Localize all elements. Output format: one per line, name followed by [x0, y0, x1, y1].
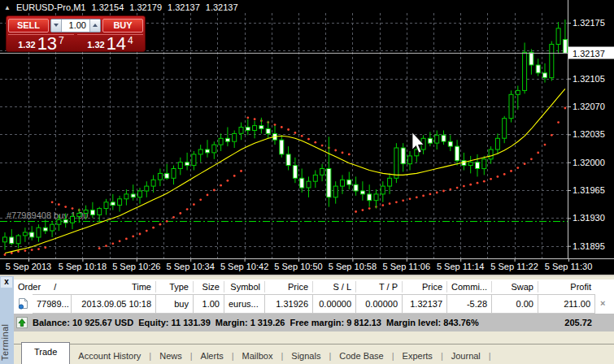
balance-value: 10 925.67 USD	[72, 318, 133, 327]
floating-profit-value: 205.72	[564, 318, 592, 327]
header-order[interactable]: Order/	[14, 281, 72, 292]
terminal-close-button[interactable]: x	[1, 277, 12, 288]
equity-value: 11 131.39	[171, 318, 210, 327]
tab-code-base[interactable]: Code Base	[331, 348, 391, 364]
header-time[interactable]: Time	[72, 281, 156, 292]
cell-swap: 0.00	[492, 294, 538, 314]
cell-symbol: eurus...	[224, 294, 265, 314]
time-axis-label: 5 Sep 11:06	[383, 262, 431, 271]
tab-mailbox[interactable]: Mailbox	[234, 348, 281, 364]
terminal-panel: x Terminal Order/ Time Type Size Symbol …	[0, 275, 614, 364]
header-profit[interactable]: Profit	[538, 281, 595, 292]
price-axis-label: 1.31895	[573, 241, 605, 251]
price-axis-label: 1.32070	[573, 102, 605, 111]
mt4-window: #77989408 buy 1.001.321751.321401.321051…	[0, 0, 614, 364]
price-axis-label: 1.32000	[573, 158, 605, 167]
ohlc-low: 1.32137	[168, 2, 200, 12]
cell-commission: -5.28	[447, 294, 492, 314]
ohlc-high: 1.32179	[129, 2, 162, 12]
header-tp[interactable]: T / P	[356, 281, 403, 292]
trade-entry-label: #77989408 buy 1.00	[7, 210, 88, 220]
tab-news[interactable]: News	[151, 348, 190, 364]
table-header-row: Order/ Time Type Size Symbol Price S / L…	[14, 280, 614, 294]
time-axis-label: 5 Sep 2013	[6, 262, 51, 271]
balance-arrow-icon	[16, 317, 28, 328]
sell-button[interactable]: SELL	[8, 19, 49, 32]
time-axis-label: 5 Sep 10:50	[274, 262, 322, 271]
oneclick-collapse-icon[interactable]: ▲	[4, 4, 11, 11]
margin-label: Margin:	[216, 318, 248, 327]
price-axis-label: 1.32105	[573, 74, 605, 84]
volume-decrease-button[interactable]	[51, 20, 62, 32]
sell-price-base: 1.32	[18, 37, 35, 53]
close-position-button[interactable]: ×	[595, 294, 614, 314]
equity-label: Equity:	[138, 318, 168, 327]
triangle-down-icon	[54, 24, 59, 27]
symbol-period-label: EURUSD-Pro,M1	[16, 2, 86, 12]
price-axis-label: 1.32035	[573, 129, 605, 139]
time-axis-label: 5 Sep 11:22	[490, 262, 538, 271]
ohlc-close: 1.32137	[206, 2, 238, 12]
terminal-vertical-label: Terminal	[0, 304, 14, 361]
time-axis-label: 5 Sep 10:18	[59, 262, 107, 271]
time-axis-label: 5 Sep 11:30	[545, 262, 593, 271]
margin-level-value: 843.76%	[443, 318, 478, 327]
balance-row: Balance: 10 925.67 USD Equity: 11 131.39…	[14, 314, 614, 332]
sell-price-big: 13	[37, 35, 57, 53]
tab-alerts[interactable]: Alerts	[193, 348, 232, 364]
free-margin-label: Free margin:	[290, 318, 344, 327]
cell-size: 1.00	[194, 294, 224, 314]
sort-indicator: /	[54, 281, 56, 292]
header-commission[interactable]: Commi...	[447, 281, 492, 292]
sell-price-pip: 7	[59, 36, 64, 46]
tab-account-history[interactable]: Account History	[70, 348, 149, 364]
buy-button[interactable]: BUY	[102, 19, 143, 32]
balance-label: Balance:	[33, 318, 70, 327]
margin-value: 1 319.26	[250, 318, 285, 327]
tab-signals[interactable]: Signals	[283, 348, 329, 364]
price-axis-label: 1.32175	[573, 18, 605, 28]
buy-price-base: 1.32	[87, 37, 104, 53]
chart-title: ▲ EURUSD-Pro,M1 1.32154 1.32179 1.32137 …	[4, 2, 238, 13]
order-row[interactable]: 77989... 2013.09.05 10:18 buy 1.00 eurus…	[14, 294, 614, 314]
triangle-up-icon	[93, 24, 98, 27]
time-axis-label: 5 Sep 10:58	[329, 262, 377, 271]
cell-type: buy	[156, 294, 194, 314]
terminal-sidebar: x Terminal	[0, 276, 14, 364]
time-axis-label: 5 Sep 10:26	[112, 262, 160, 271]
buy-price-big: 14	[107, 35, 126, 53]
cell-order-number: 77989...	[33, 294, 72, 314]
header-swap[interactable]: Swap	[492, 281, 538, 292]
volume-increase-button[interactable]	[89, 20, 100, 32]
tab-separator: |	[489, 348, 491, 364]
price-axis-label: 1.31930	[573, 213, 605, 223]
volume-stepper: 1.00	[50, 19, 101, 32]
one-click-trading-panel: SELL 1.00 BUY 1.32137 1.32144	[6, 15, 146, 52]
header-symbol[interactable]: Symbol	[224, 281, 265, 292]
header-price-current[interactable]: Price	[403, 281, 447, 292]
header-type[interactable]: Type	[156, 281, 194, 292]
header-size[interactable]: Size	[194, 281, 224, 292]
time-axis-label: 5 Sep 11:14	[437, 262, 485, 271]
volume-input[interactable]: 1.00	[62, 20, 89, 32]
cell-profit: 211.00	[538, 294, 595, 314]
time-axis-label: 5 Sep 10:34	[167, 262, 215, 271]
cell-current-price: 1.32137	[403, 294, 447, 314]
header-sl[interactable]: S / L	[313, 281, 356, 292]
cell-open-price: 1.31926	[265, 294, 313, 314]
cell-tp: 0.00000	[356, 294, 403, 314]
orders-table: Order/ Time Type Size Symbol Price S / L…	[14, 280, 614, 332]
tab-experts[interactable]: Experts	[394, 348, 441, 364]
tab-journal[interactable]: Journal	[443, 348, 489, 364]
price-axis-label: 1.31965	[573, 185, 605, 195]
ohlc-open: 1.32154	[92, 2, 124, 12]
header-price-open[interactable]: Price	[265, 281, 313, 292]
current-price-label: 1.32137	[573, 49, 605, 58]
tab-trade[interactable]: Trade	[21, 342, 70, 364]
free-margin-value: 9 812.13	[346, 318, 381, 327]
sell-price-button[interactable]: 1.32137	[8, 34, 74, 53]
cell-time: 2013.09.05 10:18	[72, 294, 156, 314]
order-icon	[14, 294, 33, 314]
buy-price-pip: 4	[128, 36, 133, 46]
buy-price-button[interactable]: 1.32144	[77, 34, 143, 53]
